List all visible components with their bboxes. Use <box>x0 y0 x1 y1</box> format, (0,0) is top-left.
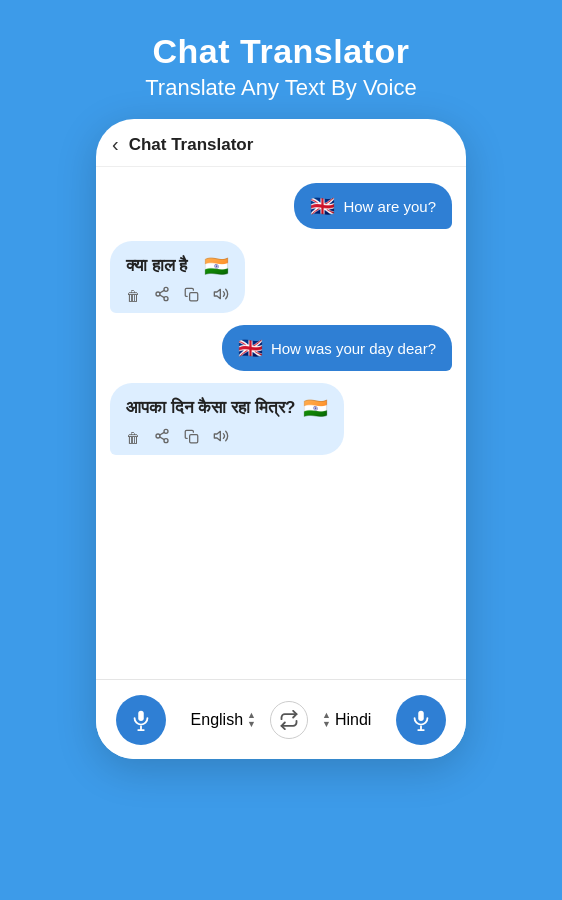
language-selector: English ▲ ▼ ▲ ▼ Hindi <box>174 701 388 739</box>
svg-line-11 <box>160 432 165 435</box>
svg-rect-14 <box>138 710 144 720</box>
sent-message-1: 🇬🇧 How are you? <box>294 183 452 229</box>
target-language-arrows: ▲ ▼ <box>322 711 331 729</box>
received-message-2: आपका दिन कैसा रहा मित्र? 🇮🇳 🗑 <box>110 383 344 455</box>
message-action-icons-1: 🗑 <box>126 286 229 305</box>
svg-rect-17 <box>418 710 424 720</box>
sent-flag-2: 🇬🇧 <box>238 336 263 360</box>
app-title: Chat Translator <box>145 32 416 71</box>
svg-marker-6 <box>214 289 220 298</box>
source-language-label: English <box>191 711 243 729</box>
sent-text-1: How are you? <box>343 198 436 215</box>
volume-icon-2[interactable] <box>213 428 229 447</box>
mic-icon-right <box>410 709 432 731</box>
received-text-row-1: क्या हाल है 🇮🇳 <box>126 254 229 278</box>
swap-icon <box>279 710 299 730</box>
chat-area: 🇬🇧 How are you? क्या हाल है 🇮🇳 🗑 <box>96 167 466 679</box>
swap-languages-button[interactable] <box>270 701 308 739</box>
svg-rect-5 <box>190 292 198 300</box>
message-action-icons-2: 🗑 <box>126 428 328 447</box>
svg-line-4 <box>160 290 165 293</box>
mic-button-right[interactable] <box>396 695 446 745</box>
sent-flag-1: 🇬🇧 <box>310 194 335 218</box>
phone-screen-title: Chat Translator <box>129 135 254 155</box>
app-header: Chat Translator Translate Any Text By Vo… <box>145 32 416 101</box>
share-icon-2[interactable] <box>154 428 170 447</box>
phone-mockup: ‹ Chat Translator 🇬🇧 How are you? क्या ह… <box>96 119 466 759</box>
received-flag-2: 🇮🇳 <box>303 396 328 420</box>
app-subtitle: Translate Any Text By Voice <box>145 75 416 101</box>
received-hindi-text-2: आपका दिन कैसा रहा मित्र? <box>126 398 295 418</box>
delete-icon[interactable]: 🗑 <box>126 288 140 304</box>
mic-button-left[interactable] <box>116 695 166 745</box>
source-language-arrows: ▲ ▼ <box>247 711 256 729</box>
copy-icon-2[interactable] <box>184 429 199 447</box>
received-hindi-text-1: क्या हाल है <box>126 256 187 276</box>
source-language[interactable]: English ▲ ▼ <box>191 711 256 729</box>
svg-marker-13 <box>214 431 220 440</box>
svg-line-10 <box>160 437 165 440</box>
copy-icon[interactable] <box>184 287 199 305</box>
received-message-1: क्या हाल है 🇮🇳 🗑 <box>110 241 245 313</box>
sent-message-2: 🇬🇧 How was your day dear? <box>222 325 452 371</box>
received-text-row-2: आपका दिन कैसा रहा मित्र? 🇮🇳 <box>126 396 328 420</box>
target-language[interactable]: ▲ ▼ Hindi <box>322 711 371 729</box>
mic-icon-left <box>130 709 152 731</box>
delete-icon-2[interactable]: 🗑 <box>126 430 140 446</box>
target-language-label: Hindi <box>335 711 371 729</box>
share-icon[interactable] <box>154 286 170 305</box>
svg-line-3 <box>160 295 165 298</box>
back-arrow-icon[interactable]: ‹ <box>112 133 119 156</box>
sent-text-2: How was your day dear? <box>271 340 436 357</box>
svg-rect-12 <box>190 434 198 442</box>
volume-icon[interactable] <box>213 286 229 305</box>
received-flag-1: 🇮🇳 <box>204 254 229 278</box>
phone-top-bar: ‹ Chat Translator <box>96 119 466 167</box>
bottom-bar: English ▲ ▼ ▲ ▼ Hindi <box>96 679 466 759</box>
